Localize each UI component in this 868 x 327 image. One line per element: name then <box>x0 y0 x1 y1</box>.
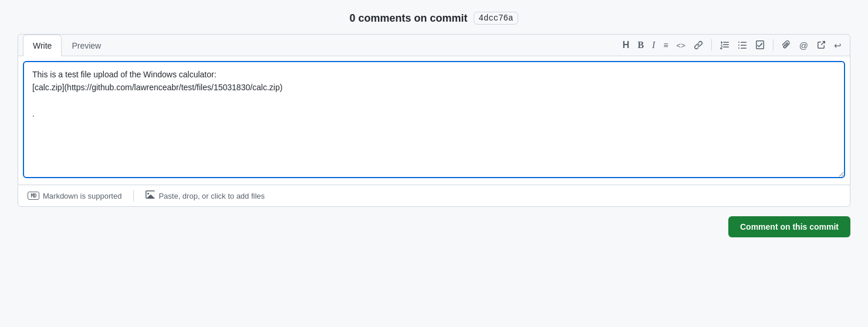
editor-container: Write Preview H B I ≡ <> <box>18 34 850 207</box>
toolbar-sep-2 <box>773 39 774 51</box>
tab-preview[interactable]: Preview <box>62 35 111 56</box>
footer-bar: MD Markdown is supported Paste, drop, or… <box>18 185 850 206</box>
comments-count: 0 comments on commit <box>350 12 468 25</box>
textarea-wrapper: This is a test file upload of the Window… <box>18 56 850 185</box>
image-icon <box>146 190 155 202</box>
toolbar-sep-1 <box>711 39 712 51</box>
tabs-toolbar: Write Preview H B I ≡ <> <box>18 35 850 56</box>
attach-button[interactable] <box>778 38 795 52</box>
toolbar-group-text: H B I ≡ <> <box>619 38 707 52</box>
italic-button[interactable]: I <box>649 38 658 52</box>
footer-sep <box>133 190 134 202</box>
file-upload-hint[interactable]: Paste, drop, or click to add files <box>146 190 276 202</box>
markdown-support: MD Markdown is supported <box>28 192 133 200</box>
toolbar-group-extras: @ ↩ <box>778 38 845 52</box>
unordered-list-button[interactable] <box>734 38 751 52</box>
submit-comment-button[interactable]: Comment on this commit <box>728 216 850 237</box>
quote-button[interactable]: ≡ <box>660 39 671 52</box>
toolbar-group-lists <box>717 38 768 52</box>
reference-button[interactable] <box>813 38 829 52</box>
tab-write[interactable]: Write <box>23 35 62 56</box>
link-button[interactable] <box>690 38 707 52</box>
comment-textarea[interactable]: This is a test file upload of the Window… <box>23 61 845 178</box>
ordered-list-button[interactable] <box>717 38 733 52</box>
mention-button[interactable]: @ <box>796 39 812 52</box>
toolbar-buttons: H B I ≡ <> <box>619 35 845 56</box>
undo-button[interactable]: ↩ <box>830 39 845 52</box>
header-row: 0 comments on commit 4dcc76a <box>18 12 850 25</box>
markdown-icon: MD <box>28 192 39 200</box>
task-list-button[interactable] <box>752 38 768 52</box>
commit-hash-badge: 4dcc76a <box>474 12 519 25</box>
page-container: 0 comments on commit 4dcc76a Write Previ… <box>18 12 850 237</box>
code-button[interactable]: <> <box>673 39 689 52</box>
bold-button[interactable]: B <box>634 38 647 52</box>
files-label: Paste, drop, or click to add files <box>158 192 265 200</box>
action-row: Comment on this commit <box>18 216 850 237</box>
markdown-label: Markdown is supported <box>43 192 121 200</box>
heading-button[interactable]: H <box>619 38 633 52</box>
